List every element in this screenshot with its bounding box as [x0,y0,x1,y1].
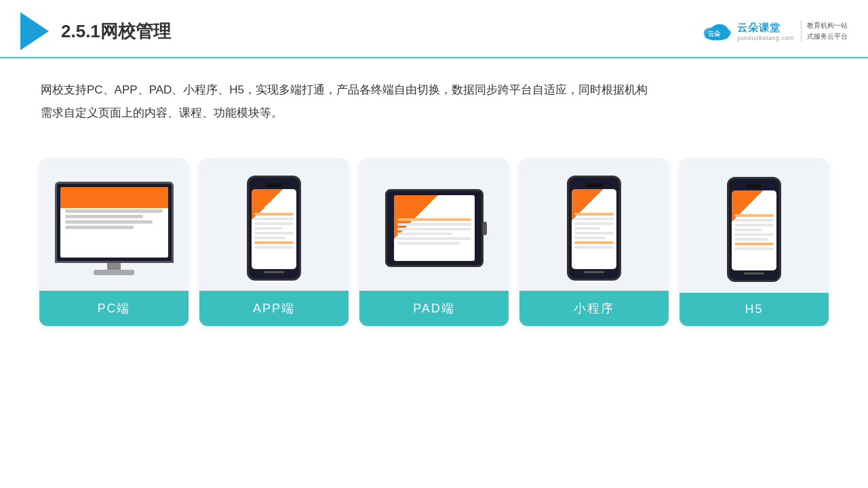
card-miniprogram-image [519,159,669,291]
phone-rows [254,213,294,249]
miniprogram-phone-notch [586,183,602,187]
card-h5-label: H5 [679,293,829,326]
logo-triangle-icon [20,12,49,50]
h5-screen-content [732,190,776,270]
brand-url: yunduoketang.com [737,35,794,41]
phone-screen-content [252,189,296,269]
card-app-label: APP端 [199,291,349,326]
card-miniprogram: 小程序 [519,159,669,326]
brand-name: 云朵课堂 [737,22,781,35]
pad-home-button [483,222,487,235]
description-line1: 网校支持PC、APP、PAD、小程序、H5，实现多端打通，产品各终端自由切换，数… [41,79,827,102]
pc-neck [107,263,121,270]
description-line2: 需求自定义页面上的内容、课程、功能模块等。 [41,102,827,125]
pad-screen [394,195,475,261]
h5-phone-mockup [727,177,781,282]
page-title: 2.5.1网校管理 [61,20,171,43]
card-h5: H5 [679,159,829,326]
card-pc-image [39,159,189,291]
brand-logo: 云朵 云朵课堂 yunduoketang.com 教育机构一站 式服务云平台 [701,18,848,45]
pc-screen-outer [55,182,174,263]
page-header: 2.5.1网校管理 云朵 云朵课堂 yunduoketang.com 教育机构一… [0,0,868,58]
header-right: 云朵 云朵课堂 yunduoketang.com 教育机构一站 式服务云平台 [701,18,848,45]
pc-screen-rows [65,209,162,229]
svg-text:云朵: 云朵 [708,30,721,37]
card-pad: PAD端 [359,159,509,326]
card-h5-image [679,159,829,293]
miniprogram-phone-mockup [567,176,621,281]
h5-phone-notch [746,184,762,188]
h5-phone-home-bar [744,272,764,274]
pc-mockup [50,182,178,275]
card-miniprogram-label: 小程序 [519,291,669,326]
miniprogram-phone-screen [572,189,616,269]
h5-phone-screen [732,190,776,270]
miniprogram-screen-content [572,189,616,269]
card-app: APP端 [199,159,349,326]
miniprogram-phone-home-bar [584,271,604,273]
pad-mockup [385,189,484,267]
description-block: 网校支持PC、APP、PAD、小程序、H5，实现多端打通，产品各终端自由切换，数… [0,58,868,131]
phone-notch [266,183,282,187]
h5-phone-rows [734,214,774,250]
pc-stand [94,270,134,275]
app-phone-mockup [247,176,301,281]
card-pad-label: PAD端 [359,291,509,326]
brand-text: 云朵课堂 yunduoketang.com [737,22,794,41]
device-cards-container: PC端 [0,138,868,346]
brand-tagline: 教育机构一站 式服务云平台 [801,20,848,42]
card-pc-label: PC端 [39,291,189,326]
cloud-icon: 云朵 [701,18,733,45]
pc-screen-inner [60,187,168,258]
pad-rows [397,218,471,245]
card-app-image [199,159,349,291]
card-pad-image [359,159,509,291]
miniprogram-phone-rows [574,213,614,249]
phone-home-bar [264,271,284,273]
header-left: 2.5.1网校管理 [20,12,171,50]
phone-screen [252,189,296,269]
card-pc: PC端 [39,159,189,326]
